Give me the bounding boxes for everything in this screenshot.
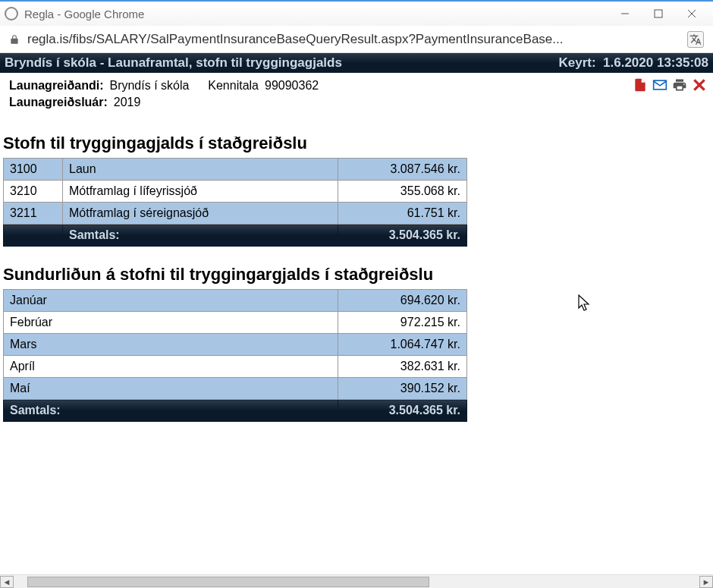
desc-cell: Mótframlag í lífeyrissjóð bbox=[63, 181, 338, 203]
payer-row: Launagreiðandi: Bryndís í skóla Kennital… bbox=[9, 79, 704, 93]
pdf-icon[interactable] bbox=[633, 77, 648, 93]
amount-cell: 355.068 kr. bbox=[338, 181, 467, 203]
month-cell: Maí bbox=[4, 378, 338, 400]
code-cell: 3100 bbox=[4, 159, 63, 181]
svg-rect-1 bbox=[655, 10, 662, 17]
total-row: Samtals:3.504.365 kr. bbox=[4, 400, 467, 422]
section-title: Stofn til tryggingagjalds í staðgreiðslu bbox=[3, 123, 710, 158]
action-icons bbox=[633, 77, 707, 93]
stofn-table: 3100Laun3.087.546 kr.3210Mótframlag í lí… bbox=[3, 158, 467, 247]
horizontal-scrollbar[interactable]: ◄ ► bbox=[0, 574, 713, 588]
month-cell: Janúar bbox=[4, 290, 338, 312]
table-row: Febrúar972.215 kr. bbox=[4, 312, 467, 334]
desc-cell: Mótframlag í séreignasjóð bbox=[63, 203, 338, 225]
report-header-bar: Bryndís í skóla - Launaframtal, stofn ti… bbox=[0, 53, 713, 73]
scroll-left-button[interactable]: ◄ bbox=[0, 576, 14, 588]
window-titlebar: Regla - Google Chrome bbox=[0, 0, 713, 26]
year-row: Launagreiðsluár: 2019 bbox=[9, 96, 704, 109]
amount-cell: 972.215 kr. bbox=[338, 312, 467, 334]
month-cell: Apríl bbox=[4, 356, 338, 378]
address-bar[interactable]: regla.is/fibs/SALARY/SalPaymentInsurance… bbox=[0, 26, 713, 53]
close-button[interactable] bbox=[675, 3, 708, 24]
month-cell: Mars bbox=[4, 334, 338, 356]
code-cell: 3210 bbox=[4, 181, 63, 203]
payer-label: Launagreiðandi: bbox=[9, 79, 103, 93]
table-row: 3210Mótframlag í lífeyrissjóð355.068 kr. bbox=[4, 181, 467, 203]
table-row: Apríl382.631 kr. bbox=[4, 356, 467, 378]
info-block: Launagreiðandi: Bryndís í skóla Kennital… bbox=[0, 73, 713, 118]
code-cell: 3211 bbox=[4, 203, 63, 225]
year-value: 2019 bbox=[114, 96, 141, 109]
run-value: 1.6.2020 13:35:08 bbox=[603, 55, 708, 70]
total-label: Samtals: bbox=[63, 225, 338, 247]
report-timestamp: Keyrt: 1.6.2020 13:35:08 bbox=[558, 55, 708, 71]
amount-cell: 3.087.546 kr. bbox=[338, 159, 467, 181]
table-row: 3100Laun3.087.546 kr. bbox=[4, 159, 467, 181]
table-row: 3211Mótframlag í séreignasjóð61.751 kr. bbox=[4, 203, 467, 225]
amount-cell: 390.152 kr. bbox=[338, 378, 467, 400]
scroll-right-button[interactable]: ► bbox=[699, 576, 713, 588]
section-sundurlidun: Sundurliðun á stofni til tryggingargjald… bbox=[0, 250, 713, 425]
app-icon bbox=[5, 7, 18, 20]
sundurlidun-table: Janúar694.620 kr.Febrúar972.215 kr.Mars1… bbox=[3, 289, 467, 422]
month-cell: Febrúar bbox=[4, 312, 338, 334]
table-row: Mars1.064.747 kr. bbox=[4, 334, 467, 356]
table-row: Janúar694.620 kr. bbox=[4, 290, 467, 312]
total-amount: 3.504.365 kr. bbox=[338, 225, 467, 247]
amount-cell: 1.064.747 kr. bbox=[338, 334, 467, 356]
amount-cell: 61.751 kr. bbox=[338, 203, 467, 225]
scroll-thumb[interactable] bbox=[27, 577, 429, 587]
amount-cell: 694.620 kr. bbox=[338, 290, 467, 312]
table-row: Maí390.152 kr. bbox=[4, 378, 467, 400]
scroll-track[interactable] bbox=[14, 576, 699, 588]
url-text: regla.is/fibs/SALARY/SalPaymentInsurance… bbox=[27, 32, 681, 47]
total-label: Samtals: bbox=[4, 400, 338, 422]
print-icon[interactable] bbox=[672, 77, 687, 93]
payer-name: Bryndís í skóla bbox=[109, 79, 189, 93]
run-label: Keyrt: bbox=[558, 55, 595, 70]
email-icon[interactable] bbox=[652, 77, 667, 93]
translate-icon[interactable] bbox=[687, 31, 704, 48]
kennitala-label: Kennitala bbox=[208, 79, 259, 93]
total-spacer bbox=[4, 225, 63, 247]
lock-icon bbox=[9, 34, 20, 45]
desc-cell: Laun bbox=[63, 159, 338, 181]
section-title: Sundurliðun á stofni til tryggingargjald… bbox=[3, 254, 710, 289]
section-stofn: Stofn til tryggingagjalds í staðgreiðslu… bbox=[0, 118, 713, 250]
year-label: Launagreiðsluár: bbox=[9, 96, 108, 109]
minimize-button[interactable] bbox=[608, 3, 642, 24]
total-amount: 3.504.365 kr. bbox=[338, 400, 467, 422]
close-icon[interactable] bbox=[692, 77, 707, 93]
amount-cell: 382.631 kr. bbox=[338, 356, 467, 378]
total-row: Samtals:3.504.365 kr. bbox=[4, 225, 467, 247]
kennitala-value: 99090362 bbox=[265, 79, 319, 93]
report-title: Bryndís í skóla - Launaframtal, stofn ti… bbox=[5, 55, 558, 71]
window-controls bbox=[608, 3, 708, 24]
window-title: Regla - Google Chrome bbox=[24, 8, 144, 20]
maximize-button[interactable] bbox=[642, 3, 675, 24]
